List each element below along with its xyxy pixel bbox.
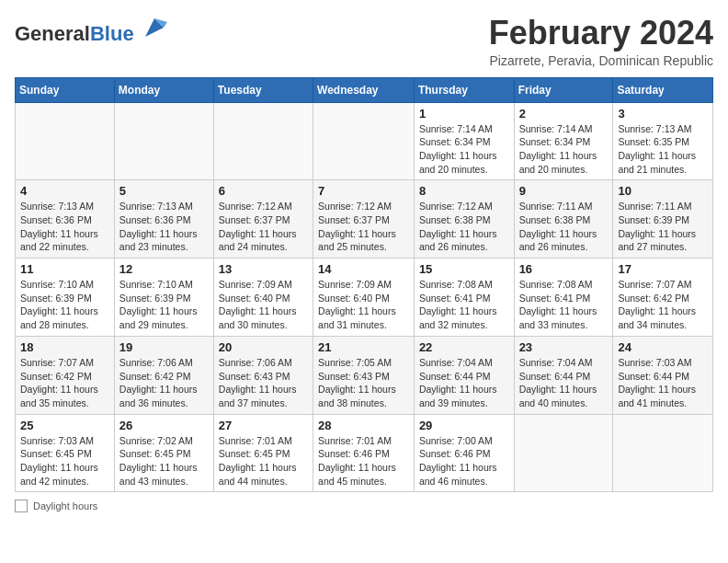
day-number: 8 [419, 184, 509, 198]
calendar-cell: 1Sunrise: 7:14 AMSunset: 6:34 PMDaylight… [414, 102, 514, 180]
day-number: 12 [119, 262, 209, 276]
day-info: Sunrise: 7:11 AMSunset: 6:38 PMDaylight:… [519, 200, 609, 254]
day-info: Sunrise: 7:13 AMSunset: 6:36 PMDaylight:… [119, 200, 209, 254]
day-number: 1 [419, 107, 509, 121]
day-number: 6 [219, 184, 308, 198]
day-number: 28 [318, 419, 409, 432]
calendar-cell: 2Sunrise: 7:14 AMSunset: 6:34 PMDaylight… [514, 102, 613, 180]
calendar-cell: 8Sunrise: 7:12 AMSunset: 6:38 PMDaylight… [414, 180, 514, 259]
day-info: Sunrise: 7:04 AMSunset: 6:44 PMDaylight:… [419, 356, 509, 410]
day-header-sunday: Sunday [16, 77, 115, 102]
calendar-cell: 24Sunrise: 7:03 AMSunset: 6:44 PMDayligh… [613, 336, 713, 414]
logo-general: General [15, 22, 90, 45]
month-year-title: February 2024 [489, 15, 713, 52]
calendar-cell: 12Sunrise: 7:10 AMSunset: 6:39 PMDayligh… [114, 259, 213, 337]
calendar-header: SundayMondayTuesdayWednesdayThursdayFrid… [16, 77, 713, 102]
day-info: Sunrise: 7:12 AMSunset: 6:37 PMDaylight:… [219, 200, 308, 254]
calendar-cell: 29Sunrise: 7:00 AMSunset: 6:46 PMDayligh… [414, 414, 514, 492]
day-number: 22 [419, 340, 509, 354]
calendar-cell: 14Sunrise: 7:09 AMSunset: 6:40 PMDayligh… [313, 259, 415, 337]
day-header-thursday: Thursday [414, 77, 514, 102]
day-number: 7 [318, 184, 409, 198]
day-info: Sunrise: 7:01 AMSunset: 6:45 PMDaylight:… [219, 434, 308, 488]
title-area: February 2024 Pizarrete, Peravia, Domini… [489, 15, 713, 68]
calendar-footer: Daylight hours [15, 500, 713, 512]
calendar-cell [213, 102, 313, 180]
day-info: Sunrise: 7:02 AMSunset: 6:45 PMDaylight:… [119, 434, 209, 488]
day-info: Sunrise: 7:10 AMSunset: 6:39 PMDaylight:… [20, 278, 109, 332]
day-number: 3 [618, 107, 708, 121]
calendar-cell: 9Sunrise: 7:11 AMSunset: 6:38 PMDaylight… [514, 180, 613, 259]
calendar-cell: 28Sunrise: 7:01 AMSunset: 6:46 PMDayligh… [313, 414, 415, 492]
day-info: Sunrise: 7:13 AMSunset: 6:35 PMDaylight:… [618, 122, 708, 177]
calendar-cell: 13Sunrise: 7:09 AMSunset: 6:40 PMDayligh… [213, 259, 313, 337]
day-header-tuesday: Tuesday [213, 77, 313, 102]
legend-label: Daylight hours [33, 500, 97, 511]
calendar-cell: 7Sunrise: 7:12 AMSunset: 6:37 PMDaylight… [313, 180, 415, 259]
calendar-cell [514, 414, 613, 492]
day-header-friday: Friday [514, 77, 613, 102]
calendar-week-2: 4Sunrise: 7:13 AMSunset: 6:36 PMDaylight… [16, 180, 713, 259]
day-number: 11 [20, 262, 109, 276]
day-number: 17 [618, 262, 708, 276]
day-number: 18 [20, 340, 109, 354]
day-header-monday: Monday [114, 77, 213, 102]
location-subtitle: Pizarrete, Peravia, Dominican Republic [489, 53, 713, 68]
day-number: 23 [519, 340, 609, 354]
days-of-week-row: SundayMondayTuesdayWednesdayThursdayFrid… [16, 77, 713, 102]
calendar-cell [613, 414, 713, 492]
day-info: Sunrise: 7:08 AMSunset: 6:41 PMDaylight:… [419, 278, 509, 332]
day-header-saturday: Saturday [613, 77, 713, 102]
day-info: Sunrise: 7:06 AMSunset: 6:42 PMDaylight:… [119, 356, 209, 410]
day-info: Sunrise: 7:00 AMSunset: 6:46 PMDaylight:… [419, 434, 509, 488]
calendar-cell: 15Sunrise: 7:08 AMSunset: 6:41 PMDayligh… [414, 259, 514, 337]
day-number: 20 [219, 340, 308, 354]
day-number: 9 [519, 184, 609, 198]
day-info: Sunrise: 7:10 AMSunset: 6:39 PMDaylight:… [119, 278, 209, 332]
calendar-week-4: 18Sunrise: 7:07 AMSunset: 6:42 PMDayligh… [16, 336, 713, 414]
logo: GeneralBlue [15, 15, 167, 45]
calendar-cell: 26Sunrise: 7:02 AMSunset: 6:45 PMDayligh… [114, 414, 213, 492]
calendar-cell: 16Sunrise: 7:08 AMSunset: 6:41 PMDayligh… [514, 259, 613, 337]
day-number: 14 [318, 262, 409, 276]
day-number: 5 [119, 184, 209, 198]
day-info: Sunrise: 7:05 AMSunset: 6:43 PMDaylight:… [318, 356, 409, 410]
day-number: 26 [119, 419, 209, 432]
day-info: Sunrise: 7:07 AMSunset: 6:42 PMDaylight:… [618, 278, 708, 332]
calendar-cell: 4Sunrise: 7:13 AMSunset: 6:36 PMDaylight… [16, 180, 115, 259]
logo-text-block: GeneralBlue [15, 15, 167, 45]
legend-box-icon [15, 500, 28, 512]
logo-blue: Blue [90, 22, 134, 45]
calendar-cell [313, 102, 415, 180]
calendar-cell: 17Sunrise: 7:07 AMSunset: 6:42 PMDayligh… [613, 259, 713, 337]
day-info: Sunrise: 7:03 AMSunset: 6:44 PMDaylight:… [618, 356, 708, 410]
day-info: Sunrise: 7:09 AMSunset: 6:40 PMDaylight:… [318, 278, 409, 332]
calendar-cell: 11Sunrise: 7:10 AMSunset: 6:39 PMDayligh… [16, 259, 115, 337]
calendar-cell: 5Sunrise: 7:13 AMSunset: 6:36 PMDaylight… [114, 180, 213, 259]
calendar-week-1: 1Sunrise: 7:14 AMSunset: 6:34 PMDaylight… [16, 102, 713, 180]
day-number: 25 [20, 419, 109, 432]
day-number: 4 [20, 184, 109, 198]
calendar-cell [114, 102, 213, 180]
day-number: 21 [318, 340, 409, 354]
calendar-cell: 19Sunrise: 7:06 AMSunset: 6:42 PMDayligh… [114, 336, 213, 414]
header: GeneralBlue February 2024 Pizarrete, Per… [15, 15, 713, 68]
day-info: Sunrise: 7:01 AMSunset: 6:46 PMDaylight:… [318, 434, 409, 488]
calendar-cell: 22Sunrise: 7:04 AMSunset: 6:44 PMDayligh… [414, 336, 514, 414]
day-info: Sunrise: 7:14 AMSunset: 6:34 PMDaylight:… [419, 122, 509, 177]
day-info: Sunrise: 7:03 AMSunset: 6:45 PMDaylight:… [20, 434, 109, 488]
calendar-cell: 27Sunrise: 7:01 AMSunset: 6:45 PMDayligh… [213, 414, 313, 492]
day-info: Sunrise: 7:12 AMSunset: 6:37 PMDaylight:… [318, 200, 409, 254]
day-number: 27 [219, 419, 308, 432]
day-number: 29 [419, 419, 509, 432]
calendar-cell: 21Sunrise: 7:05 AMSunset: 6:43 PMDayligh… [313, 336, 415, 414]
day-info: Sunrise: 7:11 AMSunset: 6:39 PMDaylight:… [618, 200, 708, 254]
logo-icon [142, 15, 167, 40]
day-number: 13 [219, 262, 308, 276]
calendar-week-3: 11Sunrise: 7:10 AMSunset: 6:39 PMDayligh… [16, 259, 713, 337]
calendar-cell: 10Sunrise: 7:11 AMSunset: 6:39 PMDayligh… [613, 180, 713, 259]
day-info: Sunrise: 7:12 AMSunset: 6:38 PMDaylight:… [419, 200, 509, 254]
calendar-cell: 23Sunrise: 7:04 AMSunset: 6:44 PMDayligh… [514, 336, 613, 414]
day-info: Sunrise: 7:07 AMSunset: 6:42 PMDaylight:… [20, 356, 109, 410]
day-info: Sunrise: 7:13 AMSunset: 6:36 PMDaylight:… [20, 200, 109, 254]
